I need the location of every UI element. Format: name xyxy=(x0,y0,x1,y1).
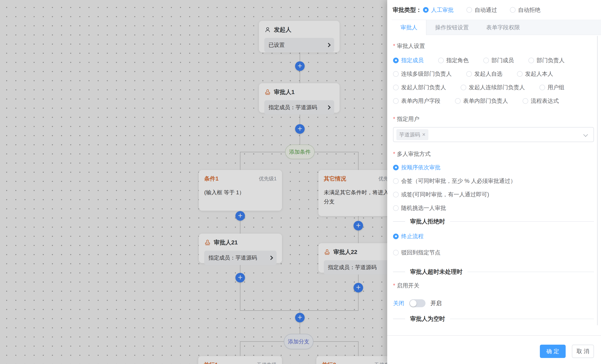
node-config-text: 指定成员：芋道源码 xyxy=(269,104,317,111)
radio-row: 连续多级部门负责人 发起人自选 发起人本人 xyxy=(393,68,594,80)
stamp-icon xyxy=(204,239,211,246)
radio-auto-approve[interactable]: 自动通过 xyxy=(466,6,497,14)
add-branch-button[interactable]: 添加分支 xyxy=(284,334,313,349)
tab-button-settings[interactable]: 操作按钮设置 xyxy=(426,20,478,35)
radio-multi-option[interactable]: 按顺序依次审批 xyxy=(393,164,441,171)
add-node-button[interactable]: + xyxy=(235,211,245,221)
timeout-toggle[interactable] xyxy=(409,299,425,307)
radio-approver-option[interactable]: 表单内部门负责人 xyxy=(455,97,508,105)
timeout-section-title: 审批人超时未处理时 xyxy=(410,268,462,276)
radio-approver-option[interactable]: 指定成员 xyxy=(393,57,424,64)
node-approver22[interactable]: 审批人22 指定成员：芋道源码 xyxy=(318,243,387,273)
radio-approver-option[interactable]: 发起人部门负责人 xyxy=(393,84,446,91)
node-title: 审批人21 xyxy=(204,239,277,246)
node-other-condition[interactable]: 其它情况 优先级2 未满足其它条件时，将进入此分支 xyxy=(318,170,387,216)
radio-circle xyxy=(517,71,523,77)
radio-manual-approval[interactable]: 人工审批 xyxy=(423,6,454,14)
radio-approver-option[interactable]: 表单内用户字段 xyxy=(393,97,441,105)
tab-form-field-permissions[interactable]: 表单字段权限 xyxy=(478,20,529,35)
node-config-row[interactable]: 指定成员：芋道源码 xyxy=(264,100,334,115)
chevron-down-icon xyxy=(583,132,588,137)
radio-approver-option[interactable]: 部门负责人 xyxy=(528,57,565,64)
scrollbar[interactable] xyxy=(597,36,598,325)
radio-approver-option[interactable]: 发起人自选 xyxy=(466,70,502,78)
add-node-button[interactable]: + xyxy=(295,61,305,71)
node-parallel1[interactable]: 并行1 无优先级 xyxy=(198,356,282,364)
add-node-button[interactable]: + xyxy=(353,221,363,231)
approver-setting-label: * 审批人设置 xyxy=(393,42,594,50)
tab-approver[interactable]: 审批人 xyxy=(392,20,426,35)
user-tag-text: 芋道源码 xyxy=(399,131,420,138)
toggle-knob xyxy=(410,300,417,307)
node-condition1[interactable]: 条件1 优先级1 (输入框 等于 1） xyxy=(199,170,282,211)
radio-row: 发起人部门负责人 发起人连续部门负责人 用户组 xyxy=(393,81,594,93)
node-title-text: 审批人21 xyxy=(214,239,238,246)
radio-multi-option[interactable]: 或签(可同时审批，有一人通过即可) xyxy=(393,191,489,198)
reject-option-row: 终止流程 xyxy=(393,231,594,242)
node-title-text: 发起人 xyxy=(274,26,291,34)
node-config-row[interactable]: 指定成员：芋道源码 xyxy=(204,251,277,265)
radio-multi-option[interactable]: 会签（可同时审批，至少 % 人必须审批通过） xyxy=(393,177,516,185)
condition-header: 并行2 无优先级 xyxy=(322,361,387,364)
radio-circle xyxy=(393,98,399,104)
condition-header: 并行1 无优先级 xyxy=(204,361,277,364)
node-config-row[interactable]: 已设置 xyxy=(264,38,334,52)
add-condition-button[interactable]: 添加条件 xyxy=(285,145,315,159)
condition-name: 并行2 xyxy=(322,361,336,364)
radio-approver-option[interactable]: 指定角色 xyxy=(438,57,469,64)
confirm-button[interactable]: 确 定 xyxy=(540,345,566,358)
radio-row: 表单内用户字段 表单内部门负责人 流程表达式 xyxy=(393,95,594,107)
radio-approver-option[interactable]: 用户组 xyxy=(540,84,564,91)
workflow-designer: + + + + + + + 发起人 已设置 xyxy=(0,0,601,364)
add-node-button[interactable]: + xyxy=(295,124,305,134)
approver-setting-options: 指定成员 指定角色 部门成员 部门负责人 xyxy=(393,54,594,107)
add-node-button[interactable]: + xyxy=(235,273,245,283)
add-node-button[interactable]: + xyxy=(295,313,305,322)
connector-line xyxy=(240,152,240,170)
condition-priority: 无优先级 xyxy=(257,362,277,364)
cancel-button[interactable]: 取 消 xyxy=(572,345,594,358)
add-branch-label: 添加分支 xyxy=(288,338,310,345)
remove-tag-icon[interactable]: × xyxy=(422,132,425,138)
settings-tabs: 审批人 操作按钮设置 表单字段权限 xyxy=(392,20,601,35)
radio-circle xyxy=(393,233,399,239)
switch-on-label: 开启 xyxy=(431,300,442,307)
radio-approver-option[interactable]: 连续多级部门负责人 xyxy=(393,70,452,78)
condition-priority: 优先级2 xyxy=(379,175,387,182)
radio-return-to-node[interactable]: 驳回到指定节点 xyxy=(393,249,441,256)
condition-header: 条件1 优先级1 xyxy=(204,175,277,182)
radio-circle xyxy=(483,58,489,63)
radio-circle xyxy=(528,58,534,63)
empty-approver-section-title: 审批人为空时 xyxy=(410,315,445,323)
radio-circle xyxy=(393,85,399,90)
multi-mode-options: 按顺序依次审批 会签（可同时审批，至少 % 人必须审批通过） 或签(可同时审批，… xyxy=(393,162,594,213)
flow-canvas[interactable]: + + + + + + + 发起人 已设置 xyxy=(0,0,387,364)
node-title: 审批人22 xyxy=(324,248,387,256)
add-node-button[interactable]: + xyxy=(353,283,363,293)
radio-approver-option[interactable]: 流程表达式 xyxy=(523,97,559,105)
node-config-text: 指定成员：芋道源码 xyxy=(208,254,257,262)
drawer-footer: 确 定 取 消 xyxy=(387,335,601,364)
radio-circle xyxy=(461,85,466,90)
node-config-row[interactable]: 指定成员：芋道源码 xyxy=(324,260,387,274)
reject-section-title: 审批人拒绝时 xyxy=(410,218,445,225)
node-initiator[interactable]: 发起人 已设置 xyxy=(259,21,340,52)
radio-approver-option[interactable]: 发起人连续部门负责人 xyxy=(461,84,525,91)
condition-expression: 未满足其它条件时，将进入此分支 xyxy=(324,188,387,206)
connector-line xyxy=(358,152,359,170)
node-approver1[interactable]: 审批人1 指定成员：芋道源码 xyxy=(259,83,340,113)
radio-approver-option[interactable]: 发起人本人 xyxy=(517,70,553,78)
assign-user-select[interactable]: 芋道源码 × xyxy=(393,127,594,142)
approver-tab-content[interactable]: * 审批人设置 指定成员 指定角色 部门成员 xyxy=(387,35,601,326)
radio-auto-reject[interactable]: 自动拒绝 xyxy=(510,6,541,14)
node-parallel2[interactable]: 并行2 无优先级 xyxy=(316,356,387,364)
condition-name: 并行1 xyxy=(204,361,218,364)
radio-terminate-process[interactable]: 终止流程 xyxy=(393,233,424,240)
user-tag: 芋道源码 × xyxy=(396,129,428,140)
radio-multi-option[interactable]: 随机挑选一人审批 xyxy=(393,204,446,212)
condition-expression: (输入框 等于 1） xyxy=(204,188,277,197)
approval-type-label: 审批类型： xyxy=(393,6,422,14)
radio-approver-option[interactable]: 部门成员 xyxy=(483,57,514,64)
node-approver21[interactable]: 审批人21 指定成员：芋道源码 xyxy=(199,233,282,263)
node-title-text: 审批人22 xyxy=(333,248,357,256)
